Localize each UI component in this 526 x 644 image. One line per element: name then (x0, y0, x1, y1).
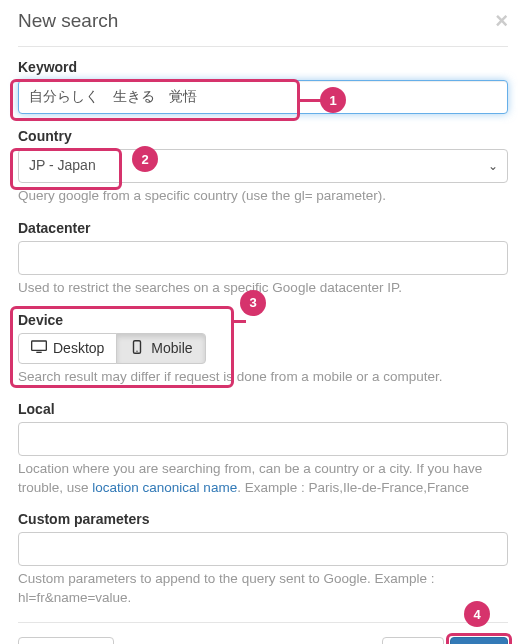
modal-title: New search (18, 10, 118, 32)
custom-label: Custom parameters (18, 511, 508, 527)
device-mobile-label: Mobile (151, 340, 192, 356)
svg-point-3 (137, 350, 138, 351)
close-button[interactable]: Close (382, 637, 444, 644)
modal-footer: Bulk import Close Save 4 (18, 622, 508, 644)
datacenter-help: Used to restrict the searches on a speci… (18, 279, 508, 298)
local-help-post: . Example : Paris,Ile-de-France,France (237, 480, 469, 495)
keyword-group: Keyword 1 (18, 59, 508, 114)
save-button[interactable]: Save (450, 637, 508, 644)
modal-header: New search × (18, 10, 508, 38)
country-help: Query google from a specific country (us… (18, 187, 508, 206)
custom-group: Custom parameters Custom parameters to a… (18, 511, 508, 608)
datacenter-label: Datacenter (18, 220, 508, 236)
keyword-label: Keyword (18, 59, 508, 75)
footer-right: Close Save (382, 637, 508, 644)
country-group: Country JP - Japan ⌄ Query google from a… (18, 128, 508, 206)
device-toggle: Desktop Mobile (18, 333, 206, 364)
local-group: Local Location where you are searching f… (18, 401, 508, 498)
device-desktop-label: Desktop (53, 340, 104, 356)
country-label: Country (18, 128, 508, 144)
close-icon[interactable]: × (495, 10, 508, 32)
device-desktop-button[interactable]: Desktop (18, 333, 117, 364)
country-select-wrap: JP - Japan ⌄ (18, 149, 508, 183)
svg-rect-0 (32, 341, 47, 350)
keyword-input[interactable] (18, 80, 508, 114)
datacenter-input[interactable] (18, 241, 508, 275)
local-label: Local (18, 401, 508, 417)
local-help: Location where you are searching from, c… (18, 460, 508, 498)
device-mobile-button[interactable]: Mobile (116, 333, 205, 364)
custom-help: Custom parameters to append to the query… (18, 570, 508, 608)
divider (18, 46, 508, 47)
country-select[interactable]: JP - Japan (18, 149, 508, 183)
local-help-link[interactable]: location canonical name (92, 480, 237, 495)
desktop-icon (31, 340, 47, 357)
custom-input[interactable] (18, 532, 508, 566)
svg-rect-1 (36, 351, 41, 352)
datacenter-group: Datacenter Used to restrict the searches… (18, 220, 508, 298)
mobile-icon (129, 340, 145, 357)
bulk-import-button[interactable]: Bulk import (18, 637, 114, 644)
device-help: Search result may differ if request is d… (18, 368, 508, 387)
local-input[interactable] (18, 422, 508, 456)
device-group: Device Desktop Mobile Search result may … (18, 312, 508, 387)
device-label: Device (18, 312, 508, 328)
